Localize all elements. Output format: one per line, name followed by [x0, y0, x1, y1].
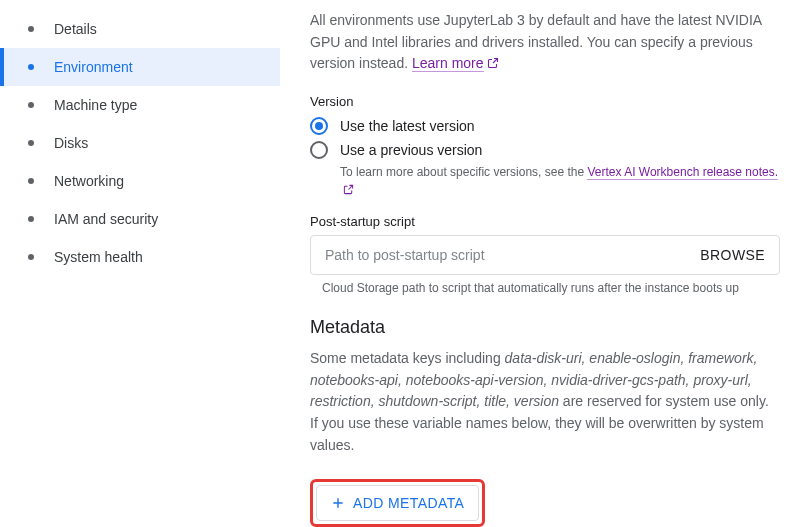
radio-label: Use a previous version: [340, 142, 482, 158]
sidebar-item-label: Disks: [54, 135, 88, 151]
radio-previous-version[interactable]: Use a previous version: [310, 141, 780, 159]
radio-label: Use the latest version: [340, 118, 475, 134]
radio-latest-version[interactable]: Use the latest version: [310, 117, 780, 135]
metadata-description: Some metadata keys including data-disk-u…: [310, 348, 780, 456]
sidebar-item-system-health[interactable]: System health: [0, 238, 280, 276]
bullet-icon: [28, 26, 34, 32]
sidebar-item-details[interactable]: Details: [0, 10, 280, 48]
bullet-icon: [28, 178, 34, 184]
bullet-icon: [28, 102, 34, 108]
external-link-icon: [487, 54, 499, 76]
sidebar: Details Environment Machine type Disks N…: [0, 0, 280, 527]
sidebar-item-machine-type[interactable]: Machine type: [0, 86, 280, 124]
plus-icon: [331, 496, 345, 510]
external-link-icon: [343, 182, 354, 200]
add-metadata-label: ADD METADATA: [353, 495, 464, 511]
post-startup-label: Post-startup script: [310, 214, 780, 229]
sidebar-item-iam-security[interactable]: IAM and security: [0, 200, 280, 238]
metadata-heading: Metadata: [310, 317, 780, 338]
sidebar-item-networking[interactable]: Networking: [0, 162, 280, 200]
sidebar-item-label: IAM and security: [54, 211, 158, 227]
intro-text: All environments use JupyterLab 3 by def…: [310, 10, 780, 76]
bullet-icon: [28, 254, 34, 260]
bullet-icon: [28, 64, 34, 70]
version-hint-prefix: To learn more about specific versions, s…: [340, 165, 587, 179]
release-notes-link[interactable]: Vertex AI Workbench release notes.: [587, 165, 778, 180]
sidebar-item-label: System health: [54, 249, 143, 265]
bullet-icon: [28, 140, 34, 146]
add-metadata-button[interactable]: ADD METADATA: [316, 485, 479, 521]
sidebar-item-environment[interactable]: Environment: [0, 48, 280, 86]
version-label: Version: [310, 94, 780, 109]
version-hint: To learn more about specific versions, s…: [340, 163, 780, 200]
metadata-text-1: Some metadata keys including: [310, 350, 505, 366]
sidebar-item-label: Environment: [54, 59, 133, 75]
browse-button[interactable]: BROWSE: [700, 247, 765, 263]
script-placeholder: Path to post-startup script: [325, 247, 700, 263]
learn-more-link[interactable]: Learn more: [412, 55, 484, 72]
bullet-icon: [28, 216, 34, 222]
radio-icon: [310, 117, 328, 135]
radio-icon: [310, 141, 328, 159]
sidebar-item-disks[interactable]: Disks: [0, 124, 280, 162]
intro-body: All environments use JupyterLab 3 by def…: [310, 12, 761, 71]
learn-more-label: Learn more: [412, 55, 484, 71]
script-hint: Cloud Storage path to script that automa…: [322, 281, 780, 295]
sidebar-item-label: Networking: [54, 173, 124, 189]
sidebar-item-label: Details: [54, 21, 97, 37]
release-notes-label: Vertex AI Workbench release notes.: [587, 165, 778, 179]
main-panel: All environments use JupyterLab 3 by def…: [280, 0, 800, 527]
add-metadata-highlight: ADD METADATA: [310, 479, 485, 527]
sidebar-item-label: Machine type: [54, 97, 137, 113]
post-startup-script-field[interactable]: Path to post-startup script BROWSE: [310, 235, 780, 275]
